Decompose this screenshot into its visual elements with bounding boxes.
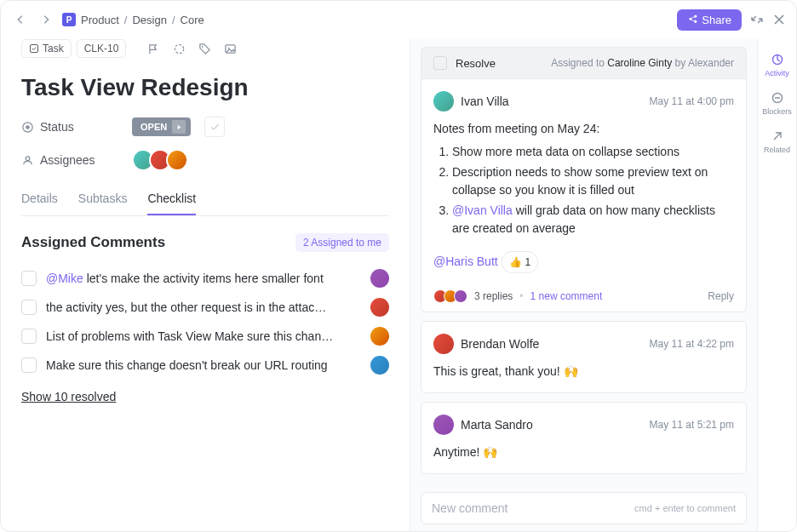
svg-point-1 bbox=[175, 44, 183, 53]
avatar[interactable] bbox=[370, 327, 389, 346]
mention[interactable]: @Haris Butt bbox=[433, 255, 498, 268]
avatar[interactable] bbox=[433, 334, 454, 354]
minimize-icon[interactable] bbox=[750, 13, 764, 26]
status-next-icon[interactable] bbox=[172, 120, 186, 134]
avatar[interactable] bbox=[370, 356, 389, 375]
item-checkbox[interactable] bbox=[21, 300, 37, 315]
item-checkbox[interactable] bbox=[21, 271, 37, 286]
comment: Brendan Wolfe May 11 at 4:22 pm This is … bbox=[421, 321, 747, 393]
breadcrumb[interactable]: P Product / Design / Core bbox=[62, 13, 204, 26]
comment-author[interactable]: Ivan Villa bbox=[461, 93, 509, 111]
comment-author[interactable]: Marta Sandro bbox=[461, 416, 533, 434]
tab-details[interactable]: Details bbox=[21, 183, 58, 215]
tab-checklist[interactable]: Checklist bbox=[147, 183, 196, 215]
reply-link[interactable]: Reply bbox=[708, 290, 734, 302]
resolve-meta: Assigned to Caroline Ginty by Alexander bbox=[551, 57, 734, 69]
comment-field[interactable] bbox=[432, 501, 634, 515]
assignees-label: Assignees bbox=[21, 153, 123, 167]
flag-icon[interactable] bbox=[143, 38, 163, 59]
image-icon[interactable] bbox=[220, 38, 240, 59]
sprint-icon[interactable] bbox=[169, 38, 189, 59]
rail-blockers[interactable]: Blockers bbox=[759, 85, 796, 122]
comment-author[interactable]: Brendan Wolfe bbox=[461, 335, 539, 353]
share-button[interactable]: Share bbox=[677, 9, 742, 31]
status-label: Status bbox=[21, 120, 123, 134]
svg-point-2 bbox=[202, 45, 204, 47]
tab-subtasks[interactable]: Subtasks bbox=[78, 183, 128, 215]
resolve-checkbox[interactable] bbox=[433, 56, 447, 70]
space-icon: P bbox=[62, 13, 76, 26]
tag-icon[interactable] bbox=[194, 38, 215, 59]
resolve-label: Resolve bbox=[456, 57, 496, 70]
task-id-chip[interactable]: CLK-10 bbox=[77, 39, 127, 58]
svg-point-6 bbox=[26, 125, 30, 129]
avatar[interactable] bbox=[166, 149, 188, 171]
svg-rect-0 bbox=[31, 45, 38, 53]
comment-item[interactable]: List of problems with Task View Make sur… bbox=[21, 322, 389, 351]
comment-item[interactable]: the activity yes, but the other request … bbox=[21, 293, 389, 322]
avatar[interactable] bbox=[433, 91, 454, 112]
reaction[interactable]: 👍1 bbox=[502, 251, 539, 273]
rail-activity[interactable]: Activity bbox=[759, 47, 796, 83]
nav-back[interactable] bbox=[11, 10, 30, 29]
input-hint: cmd + enter to comment bbox=[634, 503, 736, 513]
rail-related[interactable]: Related bbox=[759, 123, 796, 160]
status-value[interactable]: OPEN bbox=[132, 117, 191, 136]
avatar[interactable] bbox=[370, 269, 389, 288]
comment-item[interactable]: Make sure this change doesn't break our … bbox=[21, 351, 389, 380]
comment: Ivan Villa May 11 at 4:00 pm Notes from … bbox=[421, 78, 747, 286]
assignees[interactable] bbox=[132, 149, 188, 171]
comment-item[interactable]: @Mike let's make the activity items here… bbox=[21, 264, 389, 293]
item-checkbox[interactable] bbox=[21, 329, 37, 344]
nav-forward[interactable] bbox=[37, 10, 55, 29]
comment-time: May 11 at 4:22 pm bbox=[650, 336, 734, 352]
svg-point-7 bbox=[26, 156, 30, 160]
thread-meta[interactable]: 3 replies • 1 new comment Reply bbox=[421, 281, 747, 312]
task-title[interactable]: Task View Redesign bbox=[21, 74, 389, 101]
show-resolved-link[interactable]: Show 10 resolved bbox=[21, 390, 116, 403]
comment-input[interactable]: cmd + enter to comment bbox=[421, 492, 747, 524]
section-title: Assigned Comments bbox=[21, 234, 165, 251]
comment-time: May 11 at 4:00 pm bbox=[650, 94, 734, 109]
task-type-chip[interactable]: Task bbox=[21, 39, 72, 58]
comment: Marta Sandro May 11 at 5:21 pm Anytime! … bbox=[421, 402, 747, 474]
close-icon[interactable] bbox=[772, 13, 786, 26]
avatar[interactable] bbox=[370, 298, 389, 317]
avatar[interactable] bbox=[433, 415, 454, 435]
complete-button[interactable] bbox=[204, 117, 225, 137]
item-checkbox[interactable] bbox=[21, 358, 37, 373]
comment-time: May 11 at 5:21 pm bbox=[650, 417, 734, 432]
assigned-badge[interactable]: 2 Assigned to me bbox=[295, 233, 389, 252]
